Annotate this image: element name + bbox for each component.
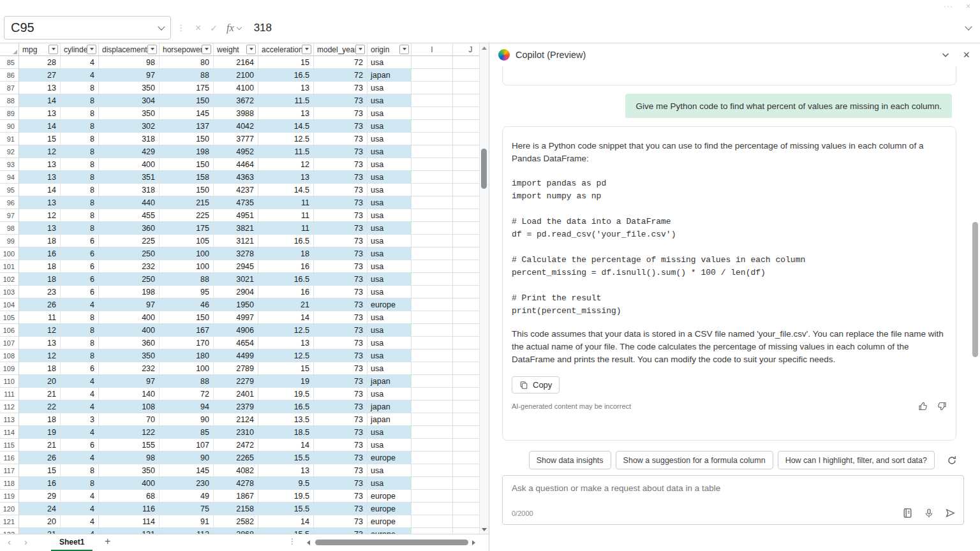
cell[interactable]: 350 — [99, 349, 160, 362]
cell[interactable] — [412, 503, 453, 515]
cell[interactable]: 302 — [99, 120, 160, 133]
row-number[interactable]: 108 — [0, 349, 19, 362]
cell[interactable]: 72 — [314, 69, 368, 82]
row-number[interactable]: 107 — [0, 337, 19, 349]
row-number[interactable]: 87 — [0, 82, 19, 94]
cell[interactable]: 350 — [99, 82, 160, 94]
cell[interactable]: 170 — [160, 337, 214, 349]
cell[interactable]: 73 — [314, 439, 368, 452]
row-number[interactable]: 119 — [0, 490, 19, 503]
cell[interactable]: usa — [368, 196, 412, 209]
cell[interactable]: usa — [368, 184, 412, 196]
cell[interactable]: 23 — [19, 286, 61, 298]
cell[interactable]: 15 — [19, 464, 61, 477]
cell[interactable]: 360 — [99, 222, 160, 235]
cell[interactable]: 14 — [258, 311, 314, 324]
cell[interactable]: usa — [368, 464, 412, 477]
cell[interactable]: 3988 — [214, 107, 258, 120]
cell[interactable]: 21 — [19, 439, 61, 452]
cell[interactable]: 18 — [19, 273, 61, 286]
vertical-scrollbar[interactable] — [479, 43, 489, 534]
cell[interactable]: usa — [368, 120, 412, 133]
cell[interactable]: 73 — [314, 349, 368, 362]
cell[interactable]: 2789 — [214, 362, 258, 375]
column-header-acceleration[interactable]: acceleration — [258, 43, 314, 56]
cell[interactable]: 73 — [314, 477, 368, 490]
window-overflow-icon[interactable]: ··· — [944, 2, 953, 11]
cell[interactable] — [412, 82, 453, 94]
cell[interactable] — [412, 452, 453, 464]
cell[interactable]: 4464 — [214, 158, 258, 171]
cell[interactable]: 16.5 — [258, 273, 314, 286]
cell[interactable]: 73 — [314, 298, 368, 311]
cell[interactable]: 150 — [160, 158, 214, 171]
cell[interactable]: 4 — [61, 452, 99, 464]
cell[interactable]: 2379 — [214, 400, 258, 413]
cell[interactable]: 27 — [19, 69, 61, 82]
cell[interactable]: usa — [368, 311, 412, 324]
row-number[interactable]: 118 — [0, 477, 19, 490]
cell[interactable]: 73 — [314, 286, 368, 298]
cell[interactable]: 12.5 — [258, 324, 314, 337]
cell[interactable] — [412, 94, 453, 107]
cell[interactable]: 2124 — [214, 413, 258, 426]
row-number[interactable]: 103 — [0, 286, 19, 298]
cell[interactable]: 158 — [160, 171, 214, 184]
cell[interactable]: 400 — [99, 324, 160, 337]
cell[interactable]: 8 — [61, 337, 99, 349]
cell[interactable]: 100 — [160, 247, 214, 260]
filter-dropdown-icon[interactable] — [202, 45, 211, 54]
cell[interactable]: 4951 — [214, 209, 258, 222]
cell[interactable] — [412, 184, 453, 196]
cell[interactable]: 8 — [61, 222, 99, 235]
cell[interactable]: 18.5 — [258, 426, 314, 439]
cell[interactable]: 19 — [258, 375, 314, 388]
cell[interactable]: 13 — [19, 196, 61, 209]
cell[interactable]: 12 — [19, 349, 61, 362]
cell[interactable]: 18 — [258, 247, 314, 260]
cell[interactable]: 13 — [19, 82, 61, 94]
cell[interactable]: 15 — [19, 133, 61, 145]
name-box[interactable]: C95 — [4, 16, 171, 40]
cell[interactable]: 95 — [160, 286, 214, 298]
cell[interactable]: 14 — [258, 439, 314, 452]
cell[interactable]: 73 — [314, 337, 368, 349]
cell[interactable]: 232 — [99, 260, 160, 273]
cell[interactable]: 73 — [314, 375, 368, 388]
cell[interactable] — [412, 209, 453, 222]
cell[interactable]: 14 — [19, 120, 61, 133]
cell[interactable]: 167 — [160, 324, 214, 337]
fx-icon[interactable]: fx — [226, 22, 234, 34]
cell[interactable] — [412, 222, 453, 235]
cell[interactable] — [412, 400, 453, 413]
cell[interactable]: 29 — [19, 490, 61, 503]
cell[interactable]: 250 — [99, 247, 160, 260]
cell[interactable]: 20 — [19, 375, 61, 388]
cell[interactable]: 1950 — [214, 298, 258, 311]
cell[interactable] — [412, 515, 453, 528]
cell[interactable]: 318 — [99, 184, 160, 196]
cell[interactable]: 150 — [160, 311, 214, 324]
suggestion-chip[interactable]: Show data insights — [529, 451, 611, 469]
cell[interactable]: 16.5 — [258, 69, 314, 82]
cell[interactable]: 8 — [61, 158, 99, 171]
cell[interactable] — [412, 56, 453, 69]
cell[interactable]: 4363 — [214, 171, 258, 184]
cell[interactable]: 4 — [61, 388, 99, 400]
formula-input[interactable]: 318 — [254, 22, 272, 34]
cell[interactable]: europe — [368, 503, 412, 515]
cell[interactable]: 4997 — [214, 311, 258, 324]
row-number[interactable]: 92 — [0, 145, 19, 158]
cell[interactable]: 180 — [160, 349, 214, 362]
cell[interactable]: 4082 — [214, 464, 258, 477]
cell[interactable]: 145 — [160, 464, 214, 477]
filter-dropdown-icon[interactable] — [355, 45, 365, 54]
cell[interactable]: 73 — [314, 247, 368, 260]
cell[interactable]: 8 — [61, 94, 99, 107]
panel-scrollbar-thumb[interactable] — [972, 222, 978, 357]
cell[interactable]: 73 — [314, 222, 368, 235]
cell[interactable]: 2158 — [214, 503, 258, 515]
row-number[interactable]: 85 — [0, 56, 19, 69]
cell[interactable]: 6 — [61, 247, 99, 260]
cell[interactable]: 73 — [314, 82, 368, 94]
